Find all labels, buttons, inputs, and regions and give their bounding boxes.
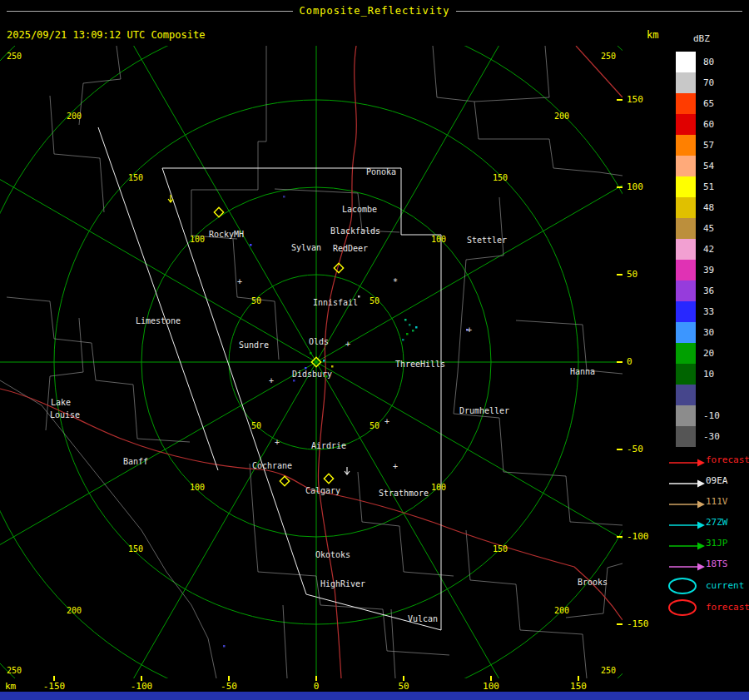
city-label: Louise (50, 410, 80, 420)
ring-distance-label: 50 (251, 421, 261, 430)
echo-pixel (358, 295, 360, 298)
city-label: RockyMH (209, 230, 244, 239)
legend-arrow-label: 27ZW (706, 518, 728, 528)
right-axis-label: -150 (627, 619, 649, 629)
timestamp: 2025/09/21 13:09:12 UTC Composite (7, 29, 205, 41)
legend-ellipse (667, 577, 704, 598)
plus-symbol: + (393, 462, 398, 471)
colorbar-label: -10 (703, 411, 720, 421)
ring-distance-label: 200 (554, 606, 569, 615)
legend-arrow-label: forecast (706, 455, 749, 465)
echo-pixel (404, 319, 407, 321)
county-boundary (454, 197, 623, 525)
legend-arrow-head (697, 459, 705, 467)
legend-ellipse-label: current (706, 581, 744, 591)
colorbar-segment (676, 114, 696, 135)
county-boundary (7, 297, 133, 385)
ring-distance-label: 200 (67, 606, 82, 615)
colorbar-label: 57 (703, 141, 714, 151)
county-boundary (79, 46, 121, 125)
city-label: Sylvan (291, 243, 321, 252)
bottom-axis-label: -50 (221, 682, 237, 692)
colorbar-segment (676, 426, 696, 447)
legend-arrow (669, 455, 706, 471)
county-boundary (133, 385, 190, 442)
ring-distance-label: 150 (493, 544, 508, 554)
radar-map: 5010015020025050100150200250501001502002… (0, 46, 623, 678)
city-label: Blackfalds (330, 226, 380, 236)
city-label: RedDeer (333, 244, 368, 253)
city-label: ThreeHills (395, 360, 445, 369)
legend-arrow (669, 497, 706, 513)
legend-arrow-icon (669, 562, 706, 572)
status-bar (0, 692, 749, 700)
city-label: Airdrie (311, 441, 346, 450)
window-title: Composite_Reflectivity (0, 5, 749, 17)
plus-symbol: + (345, 340, 350, 349)
legend-arrow (669, 518, 706, 534)
colorbar-segment (676, 239, 696, 260)
azimuth-line (316, 46, 543, 362)
ring-distance-label: 250 (7, 52, 22, 61)
colorbar-label: 33 (703, 307, 714, 317)
ring-distance-label: 200 (554, 112, 569, 121)
echo-pixel (293, 380, 295, 382)
colorbar-label: 39 (703, 266, 714, 276)
city-label: HighRiver (320, 579, 365, 588)
city-label: Hanna (570, 367, 595, 376)
legend-ellipse-shape (669, 600, 696, 615)
colorbar-label: 45 (703, 224, 714, 234)
legend-ellipse-shape (669, 578, 696, 593)
plus-symbol: + (237, 277, 242, 286)
colorbar-segment (676, 364, 696, 385)
echo-pixel (402, 339, 404, 341)
right-axis-label: -50 (627, 444, 643, 454)
colorbar-label: 20 (703, 349, 714, 359)
ring-distance-label: 250 (601, 666, 616, 675)
legend-arrow-icon (669, 499, 706, 509)
ring-distance-label: 100 (431, 235, 446, 244)
legend-arrow-label: 18TS (706, 559, 728, 569)
legend-arrow (669, 559, 706, 575)
bottom-axis-label: 100 (483, 682, 499, 692)
plus-symbol: + (275, 438, 280, 447)
legend-arrow-head (697, 480, 705, 488)
radar-app: Composite_Reflectivity 2025/09/21 13:09:… (0, 0, 749, 700)
colorbar-label: 51 (703, 182, 714, 192)
echo-pixel (223, 645, 226, 648)
colorbar-label: 48 (703, 203, 714, 213)
ring-distance-label: 150 (493, 173, 508, 182)
city-label: Stettler (467, 236, 507, 245)
plus-symbol: + (467, 325, 472, 335)
right-axis-label: 50 (627, 270, 637, 280)
right-axis-tick (617, 274, 623, 276)
county-boundary (474, 46, 549, 102)
legend-ellipse (667, 598, 704, 620)
city-label: Lacombe (342, 205, 377, 214)
right-axis-tick (617, 361, 623, 363)
right-axis-tick (617, 99, 623, 101)
ring-distance-label: 100 (431, 483, 446, 492)
colorbar-label: 54 (703, 161, 714, 171)
echo-pixel (412, 330, 414, 332)
highway (0, 389, 623, 620)
city-label: Lake (51, 398, 71, 407)
legend-arrow (669, 539, 706, 554)
county-boundary (0, 380, 216, 678)
colorbar-segment (676, 218, 696, 239)
city-label: Limestone (136, 316, 181, 325)
colorbar-label: 70 (703, 78, 714, 88)
bottom-axis-label: 50 (398, 682, 409, 692)
bottom-axis-label: 150 (570, 682, 587, 692)
legend-arrow-label: 31JP (706, 539, 728, 549)
echo-pixel (283, 196, 285, 198)
right-axis-unit: km (647, 29, 658, 41)
colorbar-segment (676, 156, 696, 176)
city-label: Banff (123, 457, 148, 466)
right-axis-label: 0 (627, 357, 632, 367)
azimuth-line (90, 46, 317, 362)
asterisk-symbol: * (393, 277, 398, 286)
ring-distance-label: 150 (128, 544, 143, 554)
ring-distance-label: 50 (251, 296, 261, 305)
azimuth-line (90, 362, 317, 678)
